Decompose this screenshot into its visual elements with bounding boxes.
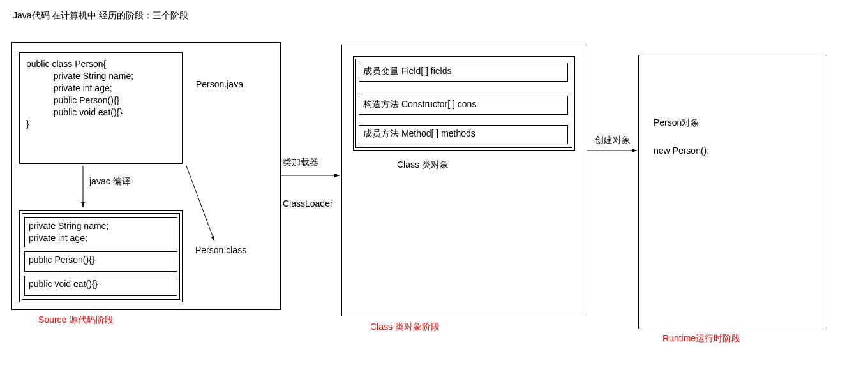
class-ctor-text: 构造方法 Constructor[ ] cons xyxy=(363,99,476,109)
code-line: private int age; xyxy=(26,82,176,94)
class-ctor-cell: 构造方法 Constructor[ ] cons xyxy=(359,96,568,115)
source-stage-label: Source 源代码阶段 xyxy=(38,314,114,326)
new-person-label: new Person(); xyxy=(654,145,709,156)
ctor-line: public Person(){} xyxy=(29,255,95,265)
class-ctor-row: public Person(){} xyxy=(24,251,177,272)
code-line: private String name; xyxy=(26,70,176,82)
person-java-code-box: public class Person{ private String name… xyxy=(19,52,183,164)
code-line: } xyxy=(26,118,176,130)
class-method-cell: 成员方法 Method[ ] methods xyxy=(359,125,568,144)
method-line: public void eat(){} xyxy=(29,279,98,289)
person-java-label: Person.java xyxy=(196,79,243,89)
class-stage-label: Class 类对象阶段 xyxy=(370,321,440,333)
field-line: private int age; xyxy=(29,232,173,244)
class-object-caption: Class 类对象 xyxy=(397,159,449,171)
person-class-label: Person.class xyxy=(195,245,246,255)
code-line: public Person(){} xyxy=(26,94,176,107)
class-method-row: public void eat(){} xyxy=(24,276,177,296)
classloader-label-1: 类加载器 xyxy=(283,157,318,168)
class-fields-cell: 成员变量 Field[ ] fields xyxy=(359,63,568,82)
field-line: private String name; xyxy=(29,220,173,232)
class-method-text: 成员方法 Method[ ] methods xyxy=(363,128,475,138)
javac-compile-label: javac 编译 xyxy=(89,176,131,188)
page-title: Java代码 在计算机中 经历的阶段：三个阶段 xyxy=(13,10,188,22)
class-fields-text: 成员变量 Field[ ] fields xyxy=(363,66,451,76)
runtime-stage-label: Runtime运行时阶段 xyxy=(662,333,740,344)
class-fields-row: private String name; private int age; xyxy=(24,217,177,247)
create-object-label: 创建对象 xyxy=(595,135,631,146)
classloader-label-2: ClassLoader xyxy=(283,198,333,209)
person-object-label: Person对象 xyxy=(654,117,700,129)
runtime-stage-box xyxy=(638,55,827,329)
code-line: public class Person{ xyxy=(26,58,176,70)
code-line: public void eat(){} xyxy=(26,107,176,119)
